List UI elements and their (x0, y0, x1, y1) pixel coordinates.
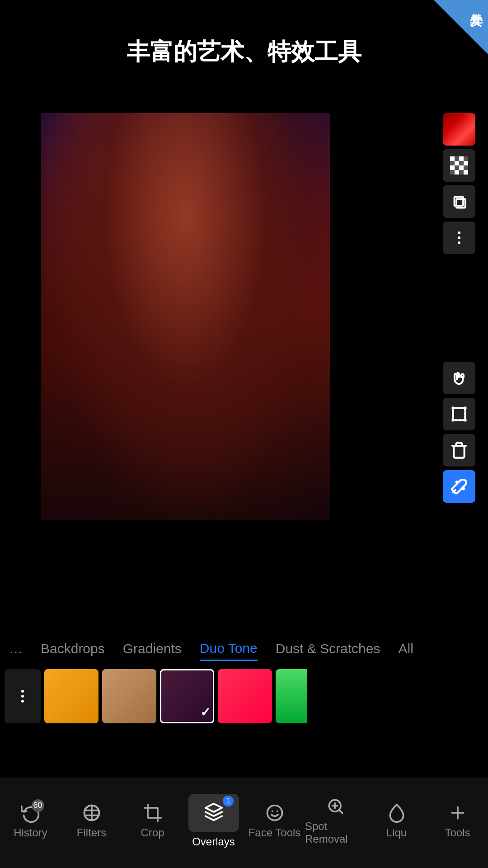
nav-label-spot-removal: Spot Removal (305, 820, 366, 845)
overlays-badge: 1 (223, 796, 234, 807)
swatch-tan[interactable] (102, 669, 156, 723)
svg-point-10 (267, 805, 282, 820)
transparency-button[interactable] (443, 149, 475, 182)
partial-tab[interactable]: … (9, 641, 23, 656)
nav-label-crop: Crop (141, 826, 164, 839)
swatch-green[interactable] (276, 669, 307, 723)
bottom-navigation: 60 History Filters Crop (0, 778, 488, 868)
tab-backdrops[interactable]: Backdrops (41, 637, 105, 660)
history-badge: 60 (32, 799, 44, 812)
svg-point-4 (464, 406, 467, 410)
swatch-selected-checkmark: ✓ (200, 705, 211, 720)
swatches-row: ✓ (0, 665, 488, 728)
page-title: 丰富的艺术、特效工具 (0, 36, 488, 68)
corner-badge-text: 外卖 (467, 0, 488, 4)
nav-item-spot-removal[interactable]: Spot Removal (305, 797, 366, 845)
nav-label-liqu: Liqu (386, 826, 407, 839)
tab-gradients[interactable]: Gradients (123, 637, 182, 660)
right-toolbar-bottom (443, 362, 479, 503)
hand-tool-button[interactable] (443, 362, 475, 394)
tab-duo-tone[interactable]: Duo Tone (200, 637, 258, 661)
right-toolbar-top (443, 113, 479, 254)
eyedropper-button[interactable] (443, 470, 475, 503)
swatch-hot-pink[interactable] (218, 669, 272, 723)
nav-item-tools[interactable]: Tools (427, 803, 488, 839)
nav-label-filters: Filters (77, 826, 106, 839)
main-image (41, 113, 330, 520)
svg-point-6 (464, 419, 467, 422)
nav-label-history: History (14, 826, 47, 839)
category-tabs: … Backdrops Gradients Duo Tone Dust & Sc… (0, 633, 488, 665)
nav-item-face-tools[interactable]: Face Tools (244, 803, 305, 839)
swatch-purple-dark[interactable]: ✓ (160, 669, 214, 723)
nav-item-filters[interactable]: Filters (61, 803, 122, 839)
svg-rect-2 (453, 408, 465, 420)
nav-label-overlays: Overlays (192, 835, 235, 848)
tab-dust-scratches[interactable]: Dust & Scratches (276, 637, 380, 660)
nav-label-tools: Tools (445, 826, 470, 839)
swatch-more-button[interactable] (5, 669, 41, 723)
more-options-button[interactable] (443, 222, 475, 254)
svg-marker-9 (205, 803, 222, 811)
layers-button[interactable] (443, 185, 475, 218)
nav-label-face-tools: Face Tools (249, 826, 301, 839)
transform-button[interactable] (443, 398, 475, 430)
color-swatch-button[interactable] (443, 113, 475, 146)
delete-button[interactable] (443, 434, 475, 467)
nav-item-history[interactable]: 60 History (0, 803, 61, 839)
nav-item-liqu[interactable]: Liqu (366, 803, 427, 839)
svg-point-3 (451, 406, 455, 410)
nav-item-crop[interactable]: Crop (122, 803, 183, 839)
swatch-orange[interactable] (44, 669, 99, 723)
tab-all[interactable]: All (398, 637, 413, 660)
nav-item-overlays[interactable]: 1 Overlays (183, 794, 244, 848)
svg-point-5 (451, 419, 455, 422)
